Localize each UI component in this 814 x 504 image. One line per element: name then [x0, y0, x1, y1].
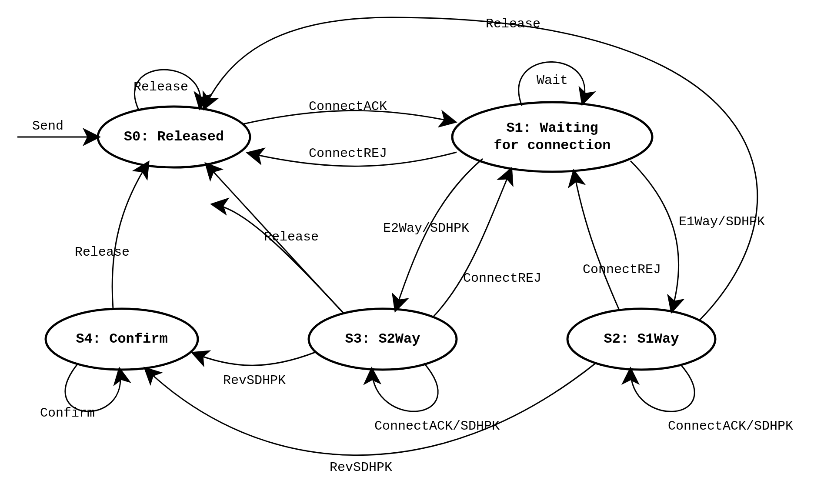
edge-s3-s4-label: RevSDHPK [223, 373, 286, 388]
edge-s3-s4 [193, 352, 315, 365]
state-diagram: S0: Released S1: Waiting for connection … [0, 0, 814, 504]
edge-s2-s4 [146, 363, 596, 455]
edge-s2-self [631, 364, 694, 411]
edge-s1-s3-label: E2Way/SDHPK [383, 221, 469, 236]
edge-s3-s0 [213, 204, 344, 313]
edge-s2-s0-top-label: Release [486, 17, 540, 31]
edge-s4-s0-label: Release [75, 245, 130, 260]
state-s4-label: S4: Confirm [76, 331, 167, 347]
edge-s1-self-label: Wait [537, 73, 568, 88]
edge-send-label: Send [32, 119, 63, 134]
state-s0-label: S0: Released [124, 129, 224, 145]
state-s1 [452, 102, 652, 172]
edge-s1-s2 [631, 161, 679, 311]
state-s1-label-2: for connection [494, 137, 611, 154]
edge-s0-s1-label: ConnectACK [309, 99, 387, 114]
edge-s4-self-label: Confirm [40, 406, 95, 421]
edge-s1-s0-label: ConnectREJ [309, 146, 387, 161]
edge-s3-s1-label: ConnectREJ [463, 271, 541, 286]
edge-s1-s2-label: E1Way/SDHPK [679, 214, 765, 229]
edge-s2-s1 [574, 172, 620, 311]
edge-s4-s0 [112, 163, 148, 309]
edge-s2-s4-label: RevSDHPK [330, 460, 392, 475]
edge-s3-s1 [433, 170, 511, 317]
edge-s2-s1-label: ConnectREJ [583, 262, 661, 277]
edge-s0-self-label: Release [133, 80, 188, 94]
edge-s2-self-label: ConnectACK/SDHPK [668, 419, 793, 434]
state-s2-label: S2: S1Way [604, 331, 679, 347]
state-s1-label-1: S1: Waiting [506, 120, 598, 136]
state-s3-label: S3: S2Way [345, 331, 420, 347]
edge-s3-s0-label: Release [264, 230, 319, 244]
